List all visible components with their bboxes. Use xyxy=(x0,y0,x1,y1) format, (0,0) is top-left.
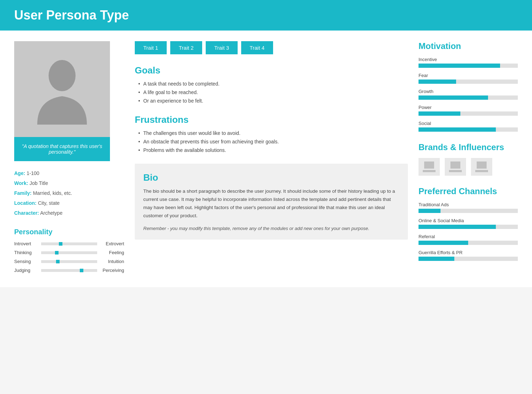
brand-label-3 xyxy=(475,170,488,172)
middle-column: Trait 1Trait 2Trait 3Trait 4 Goals A tas… xyxy=(135,41,408,277)
frustration-item-1: The challenges this user would like to a… xyxy=(138,130,408,136)
personality-row-2: ThinkingFeeling xyxy=(14,250,124,255)
trait-button-3[interactable]: Trait 3 xyxy=(206,41,238,54)
channels-title: Preferred Channels xyxy=(419,186,518,196)
personality-bar-indicator-2 xyxy=(55,251,59,255)
brand-placeholder-1 xyxy=(419,158,440,176)
motivation-row-1: Incentive xyxy=(419,57,518,68)
age-row: Age: 1-100 xyxy=(14,168,124,178)
frustrations-list: The challenges this user would like to a… xyxy=(135,130,408,153)
personality-right-2: Feeling xyxy=(99,250,124,255)
location-row: Location: City, state xyxy=(14,198,124,208)
personality-left-2: Thinking xyxy=(14,250,39,255)
trait-button-2[interactable]: Trait 2 xyxy=(170,41,202,54)
bio-title: Bio xyxy=(143,172,399,183)
family-value: Married, kids, etc. xyxy=(33,190,72,196)
character-value: Archetype xyxy=(40,210,62,216)
page-title: User Persona Type xyxy=(14,8,518,23)
personality-right-3: Intuition xyxy=(99,259,124,264)
channel-bar-fill-1 xyxy=(419,209,440,213)
motivation-title: Motivation xyxy=(419,41,518,51)
channel-row-4: Guerrilla Efforts & PR xyxy=(419,250,518,261)
work-label: Work: xyxy=(14,180,28,186)
personality-bars: IntrovertExtrovertThinkingFeelingSensing… xyxy=(14,241,124,273)
personality-right-1: Extrovert xyxy=(99,241,124,246)
channel-label-2: Online & Social Media xyxy=(419,218,518,223)
channel-bar-bg-3 xyxy=(419,241,518,245)
channel-label-4: Guerrilla Efforts & PR xyxy=(419,250,518,255)
age-value: 1-100 xyxy=(27,170,39,176)
channel-bars: Traditional AdsOnline & Social MediaRefe… xyxy=(419,202,518,261)
goal-item-3: Or an experience to be felt. xyxy=(138,98,408,104)
channel-bar-fill-2 xyxy=(419,225,496,229)
bio-text: The bio should be a short paragraph to d… xyxy=(143,187,399,220)
trait-button-4[interactable]: Trait 4 xyxy=(241,41,273,54)
location-label: Location: xyxy=(14,200,37,206)
personality-bar-bg-2 xyxy=(41,251,97,254)
brands-title: Brands & Influencers xyxy=(419,142,518,152)
motivation-label-3: Growth xyxy=(419,89,518,94)
character-label: Character: xyxy=(14,210,39,216)
channels-section: Preferred Channels Traditional AdsOnline… xyxy=(419,186,518,261)
motivation-row-3: Growth xyxy=(419,89,518,100)
personality-bar-bg-4 xyxy=(41,269,97,272)
goal-item-1: A task that needs to be completed. xyxy=(138,81,408,87)
motivation-bar-fill-3 xyxy=(419,95,488,100)
motivation-label-4: Power xyxy=(419,105,518,110)
motivation-label-1: Incentive xyxy=(419,57,518,62)
age-label: Age: xyxy=(14,170,25,176)
personality-bar-indicator-3 xyxy=(56,260,60,263)
personality-bar-indicator-1 xyxy=(59,242,62,246)
header: User Persona Type xyxy=(0,0,532,31)
channel-bar-bg-1 xyxy=(419,209,518,213)
brand-label-1 xyxy=(423,170,436,172)
motivation-bar-fill-2 xyxy=(419,80,456,84)
channel-row-3: Referral xyxy=(419,234,518,245)
right-column: Motivation IncentiveFearGrowthPowerSocia… xyxy=(419,41,518,277)
trait-button-1[interactable]: Trait 1 xyxy=(135,41,167,54)
quote-text: "A quotation that captures this user's p… xyxy=(22,143,102,155)
family-row: Family: Married, kids, etc. xyxy=(14,188,124,198)
user-details: Age: 1-100 Work: Job Title Family: Marri… xyxy=(14,168,124,218)
motivation-bar-fill-5 xyxy=(419,127,496,132)
personality-row-3: SensingIntuition xyxy=(14,259,124,264)
channel-row-1: Traditional Ads xyxy=(419,202,518,213)
personality-row-4: JudgingPerceiving xyxy=(14,268,124,273)
brand-icon-1 xyxy=(424,162,434,169)
work-row: Work: Job Title xyxy=(14,178,124,188)
brand-placeholder-3 xyxy=(471,158,492,176)
motivation-row-4: Power xyxy=(419,105,518,116)
channel-bar-bg-4 xyxy=(419,257,518,261)
channel-bar-bg-2 xyxy=(419,225,518,229)
motivation-bar-fill-1 xyxy=(419,64,500,68)
channel-row-2: Online & Social Media xyxy=(419,218,518,229)
personality-bar-indicator-4 xyxy=(80,269,83,272)
personality-left-1: Introvert xyxy=(14,241,39,246)
svg-point-0 xyxy=(49,60,76,91)
goals-title: Goals xyxy=(135,65,408,76)
work-value: Job Title xyxy=(29,180,48,186)
personality-title: Personality xyxy=(14,228,124,236)
channel-bar-fill-4 xyxy=(419,257,454,261)
frustration-item-2: An obstacle that prevents this user from… xyxy=(138,139,408,144)
personality-bar-bg-3 xyxy=(41,260,97,263)
goal-item-2: A life goal to be reached. xyxy=(138,89,408,95)
avatar xyxy=(14,41,110,137)
motivation-bar-bg-2 xyxy=(419,80,518,84)
brand-label-2 xyxy=(449,170,462,172)
frustration-item-3: Problems with the available solutions. xyxy=(138,147,408,153)
channel-label-1: Traditional Ads xyxy=(419,202,518,207)
personality-bar-bg-1 xyxy=(41,242,97,245)
left-column: "A quotation that captures this user's p… xyxy=(14,41,124,277)
frustrations-section: Frustrations The challenges this user wo… xyxy=(135,114,408,153)
motivation-bar-bg-4 xyxy=(419,111,518,116)
quote-box: "A quotation that captures this user's p… xyxy=(14,137,110,161)
frustrations-title: Frustrations xyxy=(135,114,408,125)
brand-icon-3 xyxy=(477,162,487,169)
motivation-section: Motivation IncentiveFearGrowthPowerSocia… xyxy=(419,41,518,132)
motivation-label-2: Fear xyxy=(419,73,518,78)
personality-left-3: Sensing xyxy=(14,259,39,264)
motivation-bar-fill-4 xyxy=(419,111,460,116)
motivation-bar-bg-1 xyxy=(419,64,518,68)
goals-list: A task that needs to be completed.A life… xyxy=(135,81,408,104)
